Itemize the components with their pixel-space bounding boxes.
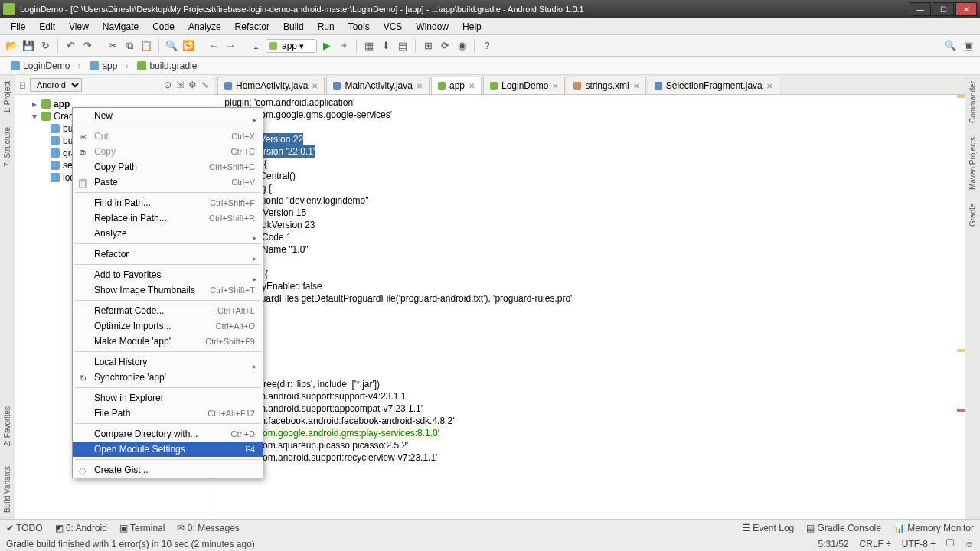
lock-icon[interactable]	[946, 539, 954, 546]
tool-tab-project[interactable]: 1: Project	[3, 81, 11, 113]
search-everywhere-icon[interactable]: 🔍	[943, 39, 957, 53]
open-icon[interactable]: 📂	[5, 39, 18, 53]
tool-tab-favorites[interactable]: 2: Favorites	[3, 406, 11, 446]
redo-icon[interactable]: ↷	[80, 39, 94, 53]
autoscroll-icon[interactable]: ⊙	[164, 80, 172, 90]
sync-icon[interactable]: ↻	[38, 39, 52, 53]
ctx-item[interactable]: 📋PasteCtrl+V	[73, 174, 263, 190]
tab-selection-fragment[interactable]: SelectionFragment.java✕	[648, 77, 779, 94]
crumb-project[interactable]: LoginDemo	[6, 59, 85, 73]
ctx-item[interactable]: Reformat Code...Ctrl+Alt+L	[73, 303, 263, 318]
bottom-tab-todo[interactable]: ✔ TODO	[6, 523, 43, 533]
ctx-item[interactable]: Local History	[73, 354, 263, 370]
make-icon[interactable]: ⤓	[249, 39, 263, 53]
bottom-tab-eventlog[interactable]: ☰ Event Log	[742, 523, 794, 533]
cut-icon[interactable]: ✂	[106, 39, 119, 53]
bottom-tab-terminal[interactable]: ▣ Terminal	[119, 523, 165, 533]
minimize-button[interactable]: —	[910, 2, 931, 16]
ctx-item[interactable]: File PathCtrl+Alt+F12	[73, 406, 263, 421]
back-icon[interactable]: ←	[207, 39, 220, 53]
structure-icon[interactable]: ⊞	[421, 39, 435, 53]
ctx-item[interactable]: ↻Synchronize 'app'	[73, 370, 263, 385]
run-config-selector[interactable]: app ▾	[266, 39, 317, 53]
sdk-icon[interactable]: ⬇	[379, 39, 393, 53]
tool-tab-build-variants[interactable]: Build Variants	[3, 466, 11, 513]
save-icon[interactable]: 💾	[21, 39, 35, 53]
tab-home-activity[interactable]: HomeActivity.java✕	[217, 77, 325, 94]
bottom-tab-memory[interactable]: 📊 Memory Monitor	[893, 523, 974, 533]
ctx-item[interactable]: Copy PathCtrl+Shift+C	[73, 159, 263, 174]
menu-edit[interactable]: Edit	[33, 20, 61, 34]
bottom-tab-gradle-console[interactable]: ▤ Gradle Console	[806, 523, 881, 533]
ctx-item[interactable]: ◌Create Gist...	[73, 462, 263, 478]
ctx-item[interactable]: Show Image ThumbnailsCtrl+Shift+T	[73, 282, 263, 298]
hector-icon[interactable]: ☺	[965, 539, 974, 549]
close-tab-icon[interactable]: ✕	[552, 82, 558, 90]
close-tab-icon[interactable]: ✕	[633, 82, 639, 90]
gear-icon[interactable]: ⚙	[188, 80, 197, 90]
ctx-item[interactable]: Optimize Imports...Ctrl+Alt+O	[73, 318, 263, 334]
ctx-item[interactable]: Make Module 'app'Ctrl+Shift+F9	[73, 334, 263, 349]
code-editor[interactable]: plugin: 'com.android.application' plugin…	[214, 95, 965, 519]
menu-vcs[interactable]: VCS	[377, 20, 409, 34]
menu-navigate[interactable]: Navigate	[96, 20, 145, 34]
tab-strings-xml[interactable]: strings.xml✕	[567, 77, 645, 94]
menu-analyze[interactable]: Analyze	[182, 20, 227, 34]
maximize-button[interactable]: ☐	[933, 2, 954, 16]
run-icon[interactable]: ▶	[320, 39, 334, 53]
tool-tab-structure[interactable]: 7: Structure	[3, 127, 11, 167]
menu-refactor[interactable]: Refactor	[229, 20, 276, 34]
menu-run[interactable]: Run	[312, 20, 341, 34]
menu-tools[interactable]: Tools	[342, 20, 376, 34]
file-encoding[interactable]: UTF-8 ÷	[902, 539, 936, 549]
settings-icon[interactable]: ▣	[962, 39, 975, 53]
close-tab-icon[interactable]: ✕	[416, 82, 423, 90]
bottom-tab-android[interactable]: ◩ 6: Android	[55, 523, 107, 533]
hide-icon[interactable]: ⤡	[201, 80, 209, 90]
ctx-item[interactable]: Analyze	[73, 226, 263, 241]
crumb-module[interactable]: app	[85, 59, 132, 73]
tool-tab-maven[interactable]: Maven Projects	[969, 137, 977, 190]
ctx-item[interactable]: Add to Favorites	[73, 267, 263, 282]
menu-code[interactable]: Code	[146, 20, 181, 34]
close-tab-icon[interactable]: ✕	[312, 82, 318, 90]
close-tab-icon[interactable]: ✕	[766, 82, 773, 90]
ctx-item[interactable]: Replace in Path...Ctrl+Shift+R	[73, 210, 263, 226]
forward-icon[interactable]: →	[224, 39, 237, 53]
close-button[interactable]: ✕	[956, 2, 977, 16]
editor-scrollbar-markers[interactable]	[957, 95, 965, 519]
close-tab-icon[interactable]: ✕	[469, 82, 475, 90]
ddms-icon[interactable]: ▤	[396, 39, 410, 53]
ctx-item[interactable]: Compare Directory with...Ctrl+D	[73, 426, 263, 442]
tab-main-activity[interactable]: MainActivity.java✕	[326, 77, 429, 94]
line-separator[interactable]: CRLF ÷	[860, 539, 891, 549]
avd-icon[interactable]: ▦	[362, 39, 376, 53]
context-menu[interactable]: New✂CutCtrl+X⧉CopyCtrl+CCopy PathCtrl+Sh…	[72, 107, 263, 478]
menu-file[interactable]: File	[5, 20, 31, 34]
sync-gradle-icon[interactable]: ⟳	[438, 39, 452, 53]
ctx-item[interactable]: Find in Path...Ctrl+Shift+F	[73, 195, 263, 210]
menu-window[interactable]: Window	[410, 20, 455, 34]
project-view-select[interactable]: Android	[30, 78, 82, 92]
tab-app-gradle[interactable]: app✕	[431, 77, 482, 94]
replace-icon[interactable]: 🔁	[181, 39, 195, 53]
debug-icon[interactable]: ⌖	[337, 39, 351, 53]
menu-view[interactable]: View	[63, 20, 95, 34]
ctx-item[interactable]: Refactor	[73, 246, 263, 262]
menu-help[interactable]: Help	[456, 20, 488, 34]
crumb-file[interactable]: build.gradle	[132, 59, 201, 73]
tool-tab-gradle[interactable]: Gradle	[969, 204, 977, 227]
help-icon[interactable]: ?	[480, 39, 494, 53]
find-icon[interactable]: 🔍	[165, 39, 178, 53]
tab-login-demo[interactable]: LoginDemo✕	[483, 77, 565, 94]
tool-tab-commander[interactable]: Commander	[969, 81, 977, 123]
ctx-item[interactable]: Open Module SettingsF4	[73, 442, 263, 457]
ctx-item[interactable]: Show in Explorer	[73, 390, 263, 406]
collapse-icon[interactable]: ⇲	[176, 80, 184, 90]
ctx-item[interactable]: New	[73, 108, 263, 123]
copy-icon[interactable]: ⧉	[122, 39, 136, 53]
android-icon[interactable]: ◉	[455, 39, 469, 53]
bottom-tab-messages[interactable]: ✉ 0: Messages	[177, 523, 239, 533]
undo-icon[interactable]: ↶	[64, 39, 77, 53]
menu-build[interactable]: Build	[277, 20, 310, 34]
